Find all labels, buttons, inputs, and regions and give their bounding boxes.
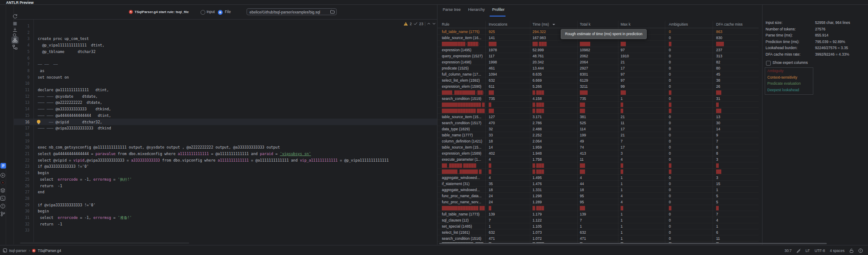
table-row[interactable]: set_special (1485)11.1051101	[437, 223, 759, 229]
code-line[interactable]: @p_vipa1111111111111 dtint,	[38, 42, 105, 49]
table-row[interactable]: search_condition (1517)4702.78652511030	[437, 120, 759, 126]
line-ending-selector[interactable]: LF	[806, 248, 810, 253]
breadcrumb[interactable]: tsql-parser › A TSqlParser.g4	[3, 248, 61, 253]
encoding-selector[interactable]: UTF-8	[815, 248, 825, 253]
column-header-invocations[interactable]: Invocations	[489, 21, 507, 28]
table-row[interactable]: ███████████████ ███.████████	[437, 102, 759, 108]
table-row[interactable]: query_expression (1527)11748.76120621910…	[437, 53, 759, 59]
sort-descending-icon[interactable]	[552, 24, 555, 25]
terminal-icon[interactable]	[0, 196, 5, 201]
breadcrumb-file[interactable]: TSqlParser.g4	[38, 248, 61, 253]
column-header-ambiguities[interactable]: Ambiguities	[669, 21, 688, 28]
run-tool-icon[interactable]	[0, 173, 5, 178]
table-row[interactable]: ████_████████ (██)███.███████████	[437, 89, 759, 96]
tab-parse-tree[interactable]: Parse tree	[443, 7, 461, 12]
table-stats-divider[interactable]	[762, 5, 763, 245]
code-line[interactable]: select @a44444444444444 = paravalue from…	[38, 151, 311, 157]
code-line[interactable]: ── @vipid dtchar32,	[38, 119, 102, 126]
code-line[interactable]: end	[38, 189, 44, 195]
table-row[interactable]: sql_clauses (12)71.1227104	[437, 217, 759, 223]
table-row[interactable]: full_table_name (1773)1391.179139107	[437, 211, 759, 217]
code-line[interactable]: ─── ─── @a333333333333 dtkind,	[38, 106, 111, 113]
table-row[interactable]: ██████_███████ ███.█████████	[437, 169, 759, 175]
table-row[interactable]: table_source_item (15...141.959741708	[437, 144, 759, 150]
input-radio[interactable]	[201, 10, 205, 15]
expert-columns-checkbox[interactable]	[766, 61, 771, 66]
code-line[interactable]: ─── ─── @a2222222222 dtdate,	[38, 99, 102, 106]
table-row[interactable]: █████████████ ██████.█████████	[437, 108, 759, 114]
table-row[interactable]: █████████ (████)█████.█████████████	[437, 41, 759, 47]
table-row[interactable]: func_proc_name_serv...241.28995405	[437, 199, 759, 205]
table-row[interactable]: aggregate_windowed...41.4954103	[437, 175, 759, 181]
lock-icon[interactable]	[849, 248, 854, 253]
code-line[interactable]: return -1	[38, 183, 62, 189]
code-line[interactable]: return -1	[38, 221, 62, 228]
code-line[interactable]: if @a333333333333 !='0'	[38, 163, 89, 170]
table-row[interactable]: search_condition (1516)4711.0724711011	[437, 235, 759, 242]
column-header-max-k[interactable]: Max k	[621, 21, 631, 28]
code-line[interactable]: ── ── ──	[38, 61, 58, 68]
table-row[interactable]: expression (1498)199820.342206421082	[437, 59, 759, 65]
git-branch-icon[interactable]	[0, 212, 5, 216]
editor-hscrollbar[interactable]	[20, 243, 189, 243]
table-row[interactable]: ██████████████ ████.████████	[437, 205, 759, 211]
prev-issue-icon[interactable]	[427, 23, 431, 25]
code-line[interactable]: set nocount on	[38, 74, 69, 81]
problems-icon[interactable]	[0, 204, 5, 209]
code-line[interactable]: if @vipa333333333333 !='0'	[38, 202, 95, 209]
code-line[interactable]: as	[38, 68, 44, 74]
folder-icon[interactable]	[330, 10, 335, 14]
services-layers-icon[interactable]	[0, 188, 5, 193]
table-row[interactable]: full_column_name (17...10948.63583019704…	[437, 71, 759, 77]
profiler-table-body[interactable]: full_table_name (1775)925294.3220863tabl…	[437, 29, 759, 244]
notifications-icon[interactable]	[858, 248, 863, 253]
tab-profiler[interactable]: Profiler	[492, 7, 505, 12]
table-row[interactable]: search_condition (1519)7354.1587351031	[437, 96, 759, 102]
tab-hierarchy[interactable]: Hierarchy	[468, 7, 485, 12]
table-row[interactable]: data_type (1829)322.48811417014	[437, 126, 759, 132]
code-line[interactable]: begin	[38, 170, 49, 176]
table-row[interactable]: ██_█████ ███████.████████	[437, 162, 759, 169]
table-row[interactable]: predicate (1525)46113.444292717080	[437, 65, 759, 71]
breadcrumb-project[interactable]: tsql-parser	[9, 248, 26, 253]
table-row[interactable]: func_proc_name_data...241.29895405	[437, 193, 759, 199]
table-row[interactable]: table_source_item (15...1273.17138121013	[437, 114, 759, 120]
caret-position[interactable]: 30:7	[784, 248, 792, 253]
column-header-rule[interactable]: Rule	[442, 21, 449, 28]
intention-bulb-icon[interactable]	[37, 120, 40, 123]
table-row[interactable]: expression (1495)197852.99910982970237	[437, 47, 759, 53]
column-header-total-k[interactable]: Total k	[580, 21, 591, 28]
code-line[interactable]: ─── ─── @vipa333333333333 dtkind	[38, 125, 111, 132]
table-row[interactable]: expression_elem (1590)6115.266321199026	[437, 83, 759, 89]
column-header-time-ms-[interactable]: Time (ms)	[533, 21, 549, 28]
code-line[interactable]: ─── ─── @a44444444444444 dtint,	[38, 113, 111, 119]
file-path-input[interactable]: ebelice/Github/tsql-parser/examples/big.…	[247, 8, 337, 15]
table-row[interactable]: expression_elem (1589)4021.948413308	[437, 150, 759, 156]
table-row[interactable]: table_name (1777)332.2521992109	[437, 132, 759, 138]
code-line[interactable]: create proc up_com_test	[38, 36, 89, 42]
antlr-logo-icon[interactable]	[0, 180, 5, 185]
next-issue-icon[interactable]	[432, 23, 436, 25]
expert-columns-label[interactable]: Show expert columns	[773, 60, 808, 65]
code-line[interactable]: select @vipid = vipid,@vipa333333333333 …	[38, 157, 389, 164]
table-row[interactable]: select_list_elem (1592)6326.669612997038	[437, 77, 759, 83]
table-row[interactable]: execute_parameter (1...41.75811403	[437, 156, 759, 162]
code-line[interactable]: declare @a1111111111111 dtint,	[38, 87, 109, 93]
inspections-widget[interactable]: 2 23	[404, 21, 436, 26]
table-hscrollbar[interactable]	[439, 243, 827, 244]
table-row[interactable]: select_list (1581)6321.073632106	[437, 229, 759, 235]
column-header-dfa-cache-miss[interactable]: DFA cache miss	[716, 21, 743, 28]
table-row[interactable]: aggregate_windowed...181.33118101	[437, 187, 759, 193]
indent-selector[interactable]: 4 spaces	[830, 248, 845, 253]
table-row[interactable]: column_definition (1421)182.06449707	[437, 138, 759, 144]
table-row[interactable]: if_statement (31)351.476441015	[437, 181, 759, 187]
readonly-pen-icon[interactable]	[796, 248, 801, 253]
code-line[interactable]: ─── ─── @sysdate dtdate,	[38, 93, 98, 100]
file-radio-label[interactable]: File	[225, 10, 231, 14]
code-line[interactable]: select errorcode = -1, errormsg = '准备!'	[38, 215, 132, 221]
file-radio[interactable]	[218, 10, 223, 15]
input-radio-label[interactable]: Input	[207, 10, 215, 14]
code-line[interactable]: exec nb_com_getsysconfig @a1111111111111…	[38, 144, 280, 151]
code-line[interactable]: @p_tblname dtchar32	[38, 49, 95, 55]
project-window-icon[interactable]	[3, 248, 7, 252]
